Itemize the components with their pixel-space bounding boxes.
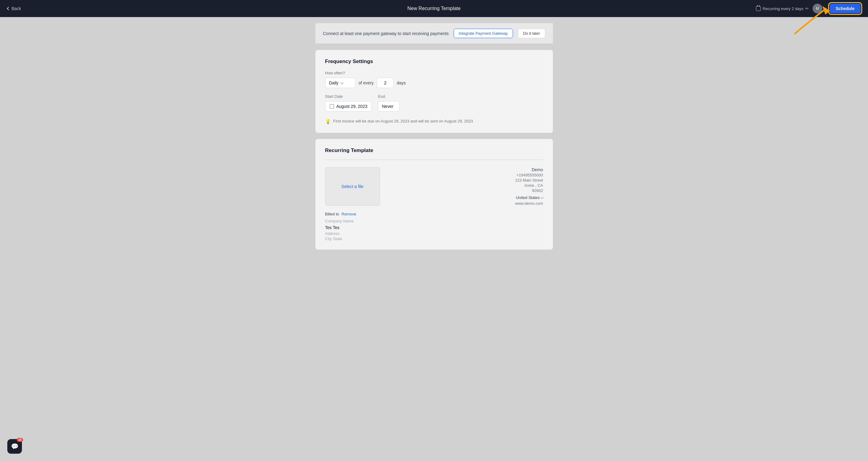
- file-upload-label: Select a file: [341, 184, 363, 189]
- payment-banner: Connect at least one payment gateway to …: [315, 23, 553, 44]
- info-text: First invoice will be due on August 29, …: [333, 119, 473, 123]
- start-date-value: August 29, 2023: [336, 104, 368, 109]
- company-city-state: Irvine , CA: [387, 183, 543, 188]
- of-every-text: of every: [359, 81, 374, 85]
- frequency-title: Frequency Settings: [325, 58, 543, 65]
- end-value: Never: [382, 104, 393, 109]
- billed-to-label: Billed to: [325, 212, 339, 216]
- main-content: Connect at least one payment gateway to …: [315, 17, 553, 268]
- template-divider: [325, 160, 543, 160]
- bulb-icon: 💡: [325, 119, 331, 124]
- billed-section: Billed to Remove Company Name Tes Tes Ad…: [325, 212, 543, 241]
- edit-icon[interactable]: ✏: [805, 6, 809, 11]
- country-row[interactable]: United States: [387, 195, 543, 200]
- frequency-card: Frequency Settings How often? Daily of e…: [315, 50, 553, 133]
- info-row: 💡 First invoice will be due on August 29…: [325, 118, 543, 124]
- end-label: End: [378, 94, 399, 99]
- frequency-row: Daily of every days: [325, 78, 543, 88]
- company-info: Demo +19495555000 123 Main Street Irvine…: [387, 167, 543, 206]
- country-text: United States: [516, 195, 539, 200]
- do-later-button[interactable]: Do it later: [518, 29, 545, 38]
- integrate-payment-button[interactable]: Integrate Payment Gateway: [454, 29, 513, 38]
- back-button[interactable]: Back: [7, 6, 21, 11]
- company-website: www.demo.com: [387, 201, 543, 206]
- frequency-value: Daily: [329, 81, 339, 85]
- avatar: U: [813, 4, 822, 13]
- chat-icon: 💬: [11, 443, 19, 450]
- schedule-button[interactable]: Schedule: [830, 4, 861, 13]
- date-row: Start Date August 29, 2023 End Never: [325, 94, 543, 112]
- nav-right-area: Recurring every 2 days ✏ U Schedule: [756, 4, 861, 13]
- start-date-wrap: Start Date August 29, 2023: [325, 94, 372, 112]
- billed-header: Billed to Remove: [325, 212, 543, 216]
- interval-input[interactable]: [377, 78, 394, 88]
- company-address: 123 Main Street: [387, 178, 543, 182]
- calendar-icon: [756, 6, 761, 11]
- calendar-icon: [330, 104, 334, 109]
- chevron-down-icon: [340, 81, 343, 84]
- address-placeholder: Address: [325, 231, 543, 236]
- top-navigation: Back New Recurring Template Recurring ev…: [0, 0, 868, 17]
- company-zip: 92602: [387, 188, 543, 193]
- start-date-button[interactable]: August 29, 2023: [325, 101, 372, 112]
- start-date-label: Start Date: [325, 94, 372, 99]
- avatar-area[interactable]: U: [813, 4, 826, 13]
- template-body: Select a file Demo +19495555000 123 Main…: [325, 167, 543, 206]
- days-text: days: [397, 81, 406, 85]
- how-often-label: How often?: [325, 71, 543, 75]
- recurring-badge: Recurring every 2 days ✏: [756, 6, 809, 11]
- company-name: Demo: [387, 167, 543, 172]
- end-select[interactable]: Never: [378, 101, 399, 112]
- company-placeholder: Company Name: [325, 219, 543, 223]
- city-state-placeholder: City State: [325, 236, 543, 241]
- recurring-label: Recurring every 2 days: [763, 6, 803, 11]
- frequency-select[interactable]: Daily: [325, 78, 355, 88]
- payment-banner-text: Connect at least one payment gateway to …: [323, 31, 448, 36]
- remove-link[interactable]: Remove: [342, 212, 356, 216]
- chevron-down-icon: [540, 196, 544, 199]
- file-upload-box[interactable]: Select a file: [325, 167, 380, 206]
- company-phone: +19495555000: [387, 173, 543, 177]
- chat-badge: 10: [17, 438, 23, 442]
- chevron-left-icon: [7, 7, 10, 10]
- template-title: Recurring Template: [325, 147, 543, 153]
- template-card: Recurring Template Select a file Demo +1…: [315, 139, 553, 250]
- back-label: Back: [11, 6, 21, 11]
- end-date-wrap: End Never: [378, 94, 399, 112]
- chevron-down-icon: [823, 6, 826, 10]
- customer-name: Tes Tes: [325, 225, 543, 230]
- page-title: New Recurring Template: [407, 6, 461, 11]
- chat-widget[interactable]: 💬 10: [7, 439, 22, 454]
